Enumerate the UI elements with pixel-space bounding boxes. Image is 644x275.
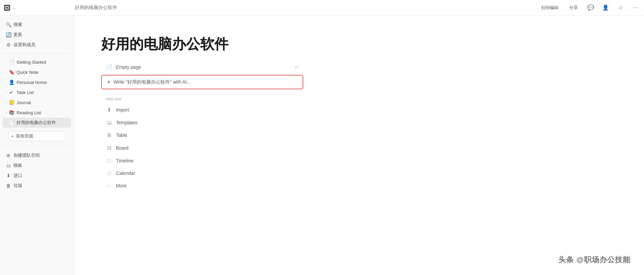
chevron-icon: › xyxy=(5,60,6,64)
app-logo xyxy=(4,5,10,11)
sidebar-item-current-page[interactable]: › 📄 好用的电脑办公软件 xyxy=(3,118,71,128)
new-item-icon-calendar: □ xyxy=(106,170,113,176)
sidebar-item-search[interactable]: 🔍 搜索 xyxy=(3,20,71,30)
chevron-icon: › xyxy=(5,81,6,84)
item-label-reading-list: Reading List xyxy=(17,110,68,115)
new-item-templates[interactable]: 🗂 Templates xyxy=(101,116,303,129)
item-label-task-list: Task List xyxy=(17,90,68,95)
update-icon: 🔄 xyxy=(5,32,11,37)
new-item-icon-table: ⊞ xyxy=(106,132,113,138)
new-item-board[interactable]: ⊟ Board xyxy=(101,142,303,154)
new-item-icon-board: ⊟ xyxy=(106,145,113,151)
sidebar-add-page-wrapper: + 添加页面 xyxy=(0,129,74,143)
new-item-label-board: Board xyxy=(116,145,299,151)
item-label-quick-note: Quick Note xyxy=(17,70,68,75)
item-label-journal: Journal xyxy=(17,100,68,105)
sidebar-search-label: 搜索 xyxy=(13,22,68,28)
item-label-current-page: 好用的电脑办公软件 xyxy=(17,120,68,126)
new-item-calendar[interactable]: □ Calendar xyxy=(101,167,303,179)
add-new-label: Add new xyxy=(101,91,617,103)
sidebar: 🔍 搜索 🔄 更新 ⚙ 设置和成员 › 📄 Getting Started › … xyxy=(0,16,74,275)
empty-page-option[interactable]: 📄 Empty page ↵ xyxy=(101,61,303,73)
breadcrumb-text: 好用的电脑办公软件 xyxy=(75,5,117,11)
new-item-label-templates: Templates xyxy=(116,120,299,125)
new-item-label-more: More xyxy=(116,183,299,188)
bottom-icon-import: ⬇ xyxy=(5,173,11,178)
workspace-name: ... xyxy=(12,5,16,10)
settings-icon: ⚙ xyxy=(5,42,11,48)
item-icon-current-page: 📄 xyxy=(8,120,14,125)
item-label-personal-home: Personal Home xyxy=(17,80,68,85)
sidebar-item-personal-home[interactable]: › 👤 Personal Home xyxy=(3,77,71,87)
empty-page-label: Empty page xyxy=(116,64,292,70)
new-item-table[interactable]: ⊞ Table xyxy=(101,129,303,142)
item-icon-quick-note: 🔖 xyxy=(8,69,14,75)
new-item-icon-templates: 🗂 xyxy=(106,120,113,125)
ai-plus-icon: ✦ xyxy=(106,79,111,85)
item-icon-reading-list: 📚 xyxy=(8,110,14,115)
chevron-icon: › xyxy=(5,101,6,104)
comment-icon[interactable]: 💬 xyxy=(586,3,595,12)
sidebar-update-label: 更新 xyxy=(13,32,68,38)
chevron-icon: › xyxy=(5,70,6,74)
sidebar-bottom-trash[interactable]: 🗑 垃圾 xyxy=(3,181,71,191)
sidebar-settings-label: 设置和成员 xyxy=(13,42,68,48)
bottom-icon-create-team: ⊕ xyxy=(5,153,11,158)
sidebar-divider-top xyxy=(3,53,71,54)
item-icon-getting-started: 📄 xyxy=(8,59,14,65)
star-icon[interactable]: ☆ xyxy=(616,3,625,12)
edit-separately-button[interactable]: 别别编辑 xyxy=(538,3,561,12)
new-item-icon-more: ··· xyxy=(106,183,113,188)
topbar: ... 好用的电脑办公软件 别别编辑 分享 💬 👤 ☆ ··· xyxy=(0,0,644,16)
new-item-more[interactable]: ··· More xyxy=(101,179,303,192)
ai-write-box[interactable]: ✦ Write "好用的电脑办公软件" with AI... xyxy=(101,75,303,89)
sidebar-item-getting-started[interactable]: › 📄 Getting Started xyxy=(3,57,71,67)
sidebar-item-settings[interactable]: ⚙ 设置和成员 xyxy=(3,40,71,50)
sidebar-item-update[interactable]: 🔄 更新 xyxy=(3,30,71,40)
empty-page-action-icon: ↵ xyxy=(295,65,299,70)
sidebar-bottom-import[interactable]: ⬇ 进口 xyxy=(3,171,71,181)
topbar-left: ... xyxy=(4,5,68,11)
chevron-icon: › xyxy=(5,121,6,125)
new-item-timeline[interactable]: □ Timeline xyxy=(101,154,303,167)
new-items-container: ⬇ Import 🗂 Templates ⊞ Table ⊟ Board □ T… xyxy=(101,103,617,192)
page-title: 好用的电脑办公软件 xyxy=(101,36,617,53)
sidebar-item-quick-note[interactable]: › 🔖 Quick Note xyxy=(3,67,71,77)
new-item-label-timeline: Timeline xyxy=(116,158,299,163)
bottom-icon-trash: 🗑 xyxy=(5,183,11,188)
bottom-label-templates: 模板 xyxy=(13,162,68,169)
item-icon-journal: 📒 xyxy=(8,100,14,105)
item-label-getting-started: Getting Started xyxy=(17,60,68,65)
add-page-label: 添加页面 xyxy=(16,133,33,139)
topbar-actions: 别别编辑 分享 💬 👤 ☆ ··· xyxy=(538,3,640,12)
bottom-icon-templates: 🗂 xyxy=(5,163,11,168)
main-layout: 🔍 搜索 🔄 更新 ⚙ 设置和成员 › 📄 Getting Started › … xyxy=(0,16,644,275)
new-item-import[interactable]: ⬇ Import xyxy=(101,103,303,116)
sidebar-item-journal[interactable]: › 📒 Journal xyxy=(3,97,71,108)
chevron-icon: › xyxy=(5,91,6,94)
more-options-icon[interactable]: ··· xyxy=(631,3,640,12)
sidebar-item-reading-list[interactable]: › 📚 Reading List xyxy=(3,108,71,118)
ai-write-label: Write "好用的电脑办公软件" with AI... xyxy=(114,79,298,85)
user-icon[interactable]: 👤 xyxy=(601,3,610,12)
search-icon: 🔍 xyxy=(5,22,11,27)
bottom-label-create-team: 创建团队空间 xyxy=(13,152,68,158)
empty-page-icon: 📄 xyxy=(106,64,113,70)
share-button[interactable]: 分享 xyxy=(566,3,581,12)
sidebar-divider-bottom xyxy=(3,145,71,146)
sidebar-item-task-list[interactable]: › ✔ Task List xyxy=(3,87,71,97)
sidebar-bottom-create-team[interactable]: ⊕ 创建团队空间 xyxy=(3,150,71,160)
chevron-icon: › xyxy=(5,111,6,115)
sidebar-bottom-section: ⊕ 创建团队空间 🗂 模板 ⬇ 进口 🗑 垃圾 xyxy=(0,150,74,191)
new-item-label-calendar: Calendar xyxy=(116,171,299,176)
item-icon-personal-home: 👤 xyxy=(8,80,14,85)
item-icon-task-list: ✔ xyxy=(8,90,14,95)
sidebar-bottom-templates[interactable]: 🗂 模板 xyxy=(3,160,71,171)
new-item-icon-timeline: □ xyxy=(106,158,113,163)
add-page-button[interactable]: + 添加页面 xyxy=(8,131,66,141)
bottom-label-import: 进口 xyxy=(13,173,68,179)
topbar-breadcrumb: 好用的电脑办公软件 xyxy=(68,5,538,11)
sidebar-nav-section: › 📄 Getting Started › 🔖 Quick Note › 👤 P… xyxy=(0,56,74,129)
content-area: 好用的电脑办公软件 📄 Empty page ↵ ✦ Write "好用的电脑办… xyxy=(74,16,644,275)
new-item-label-table: Table xyxy=(116,132,299,138)
